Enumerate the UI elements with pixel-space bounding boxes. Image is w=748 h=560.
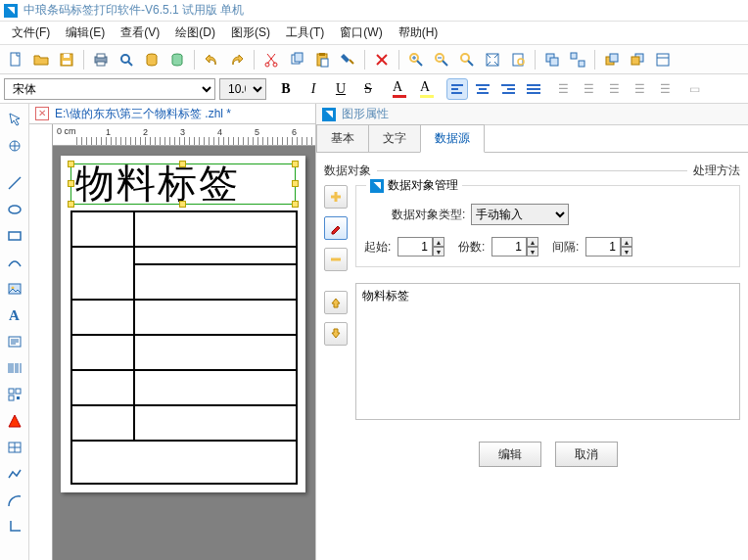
remove-object-button[interactable] — [324, 248, 348, 271]
underline-button[interactable]: U — [329, 77, 352, 101]
line-tool[interactable] — [3, 171, 26, 195]
redo-button[interactable] — [225, 48, 249, 71]
italic-button[interactable]: I — [302, 77, 325, 101]
start-spinner[interactable]: ▲▼ — [397, 237, 444, 257]
align-center-button[interactable] — [472, 78, 493, 100]
zoom-full-button[interactable] — [481, 48, 504, 71]
copy-button[interactable] — [285, 48, 308, 71]
zoom-in-button[interactable] — [404, 48, 428, 71]
new-button[interactable] — [4, 48, 27, 71]
selected-text-object[interactable]: 物料标签 — [70, 163, 296, 205]
spin-down-icon[interactable]: ▼ — [621, 247, 632, 257]
zoom-fit-button[interactable] — [455, 48, 479, 71]
edit-object-button[interactable] — [324, 216, 348, 240]
bold-button[interactable]: B — [274, 77, 298, 101]
disabled-button: ☰ — [629, 78, 650, 100]
gap-input[interactable] — [585, 237, 621, 257]
layer-button[interactable] — [651, 48, 675, 71]
cut-button[interactable] — [259, 48, 283, 71]
tab-text[interactable]: 文字 — [368, 124, 421, 152]
delete-button[interactable] — [370, 48, 394, 71]
arc-tool[interactable] — [3, 489, 26, 512]
resize-handle[interactable] — [179, 201, 186, 208]
spin-down-icon[interactable]: ▼ — [433, 247, 444, 257]
format-paint-button[interactable] — [336, 48, 359, 71]
type-select[interactable]: 手动输入 — [471, 204, 569, 225]
move-down-button[interactable] — [324, 322, 348, 346]
resize-handle[interactable] — [68, 161, 74, 167]
label-table[interactable] — [70, 210, 298, 485]
font-size-select[interactable]: 10.0 — [219, 78, 266, 100]
resize-handle[interactable] — [68, 180, 74, 187]
tab-basic[interactable]: 基本 — [316, 124, 369, 152]
align-left-button[interactable] — [446, 78, 468, 100]
form-header-label: 数据对象管理 — [388, 177, 458, 194]
ungroup-button[interactable] — [566, 48, 589, 71]
cancel-button[interactable]: 取消 — [555, 442, 618, 467]
resize-handle[interactable] — [68, 201, 74, 208]
start-input[interactable] — [397, 237, 433, 257]
qrcode-tool[interactable] — [3, 383, 26, 406]
pan-tool[interactable] — [3, 134, 26, 158]
document-tab[interactable]: ✕ E:\做的东东\第三个物料标签 .zhl * — [29, 104, 315, 124]
count-spinner[interactable]: ▲▼ — [491, 237, 538, 257]
ellipse-tool[interactable] — [3, 198, 26, 221]
database2-button[interactable] — [165, 48, 189, 71]
undo-button[interactable] — [200, 48, 223, 71]
highlight-button[interactable]: A — [415, 77, 439, 101]
font-name-select[interactable]: 宋体 — [4, 78, 215, 100]
open-button[interactable] — [29, 48, 53, 71]
content-textarea[interactable]: 物料标签 — [355, 283, 740, 420]
align-right-button[interactable] — [497, 78, 519, 100]
rect-tool[interactable] — [3, 224, 26, 248]
image-tool[interactable] — [3, 277, 26, 301]
front-button[interactable] — [600, 48, 624, 71]
group-button[interactable] — [540, 48, 564, 71]
resize-handle[interactable] — [292, 180, 299, 187]
database-button[interactable] — [140, 48, 164, 71]
add-object-button[interactable] — [324, 185, 348, 209]
resize-handle[interactable] — [292, 161, 299, 167]
table-tool[interactable] — [3, 436, 26, 459]
spin-up-icon[interactable]: ▲ — [433, 237, 444, 247]
menu-help[interactable]: 帮助(H) — [393, 23, 444, 43]
resize-handle[interactable] — [292, 201, 299, 208]
preview-button[interactable] — [115, 48, 138, 71]
menu-draw[interactable]: 绘图(D) — [169, 23, 221, 43]
move-up-button[interactable] — [324, 291, 348, 314]
resize-handle[interactable] — [179, 161, 186, 167]
text-tool[interactable]: A — [3, 303, 26, 327]
canvas[interactable]: 物料标签 — [53, 146, 315, 560]
paste-button[interactable] — [310, 48, 334, 71]
gap-spinner[interactable]: ▲▼ — [585, 237, 632, 257]
align-justify-button[interactable] — [523, 78, 544, 100]
menu-file[interactable]: 文件(F) — [6, 23, 56, 43]
zoom-out-button[interactable] — [430, 48, 453, 71]
save-button[interactable] — [55, 48, 78, 71]
menu-edit[interactable]: 编辑(E) — [60, 23, 111, 43]
corner-tool[interactable] — [3, 515, 26, 538]
count-input[interactable] — [491, 237, 527, 257]
tab-datasource[interactable]: 数据源 — [420, 124, 485, 153]
fit-page-button[interactable] — [506, 48, 530, 71]
spin-up-icon[interactable]: ▲ — [621, 237, 632, 247]
menu-window[interactable]: 窗口(W) — [334, 23, 388, 43]
spin-down-icon[interactable]: ▼ — [527, 247, 538, 257]
menu-shape[interactable]: 图形(S) — [225, 23, 276, 43]
triangle-tool[interactable] — [3, 409, 26, 433]
barcode-tool[interactable] — [3, 356, 26, 380]
spin-up-icon[interactable]: ▲ — [527, 237, 538, 247]
strike-button[interactable]: S — [356, 77, 380, 101]
start-label: 起始: — [364, 239, 392, 256]
font-color-button[interactable]: A — [388, 77, 411, 101]
menu-tools[interactable]: 工具(T) — [280, 23, 330, 43]
curve-tool[interactable] — [3, 251, 26, 274]
print-button[interactable] — [89, 48, 113, 71]
pointer-tool[interactable] — [3, 108, 26, 131]
close-tab-icon[interactable]: ✕ — [35, 107, 49, 120]
richtext-tool[interactable] — [3, 330, 26, 353]
menu-view[interactable]: 查看(V) — [115, 23, 165, 43]
polyline-tool[interactable] — [3, 462, 26, 486]
edit-button[interactable]: 编辑 — [479, 442, 541, 467]
back-button[interactable] — [626, 48, 649, 71]
